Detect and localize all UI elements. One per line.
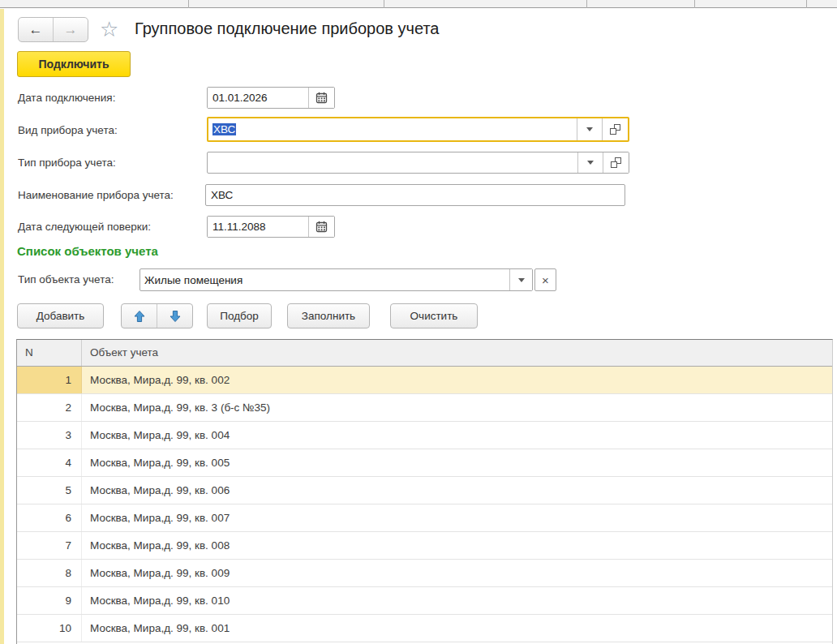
objects-table: N Объект учета 1 Москва, Мира,д. 99, кв.…	[16, 339, 833, 644]
table-row[interactable]: 8 Москва, Мира,д. 99, кв. 009	[17, 560, 832, 587]
pick-button[interactable]: Подбор	[207, 303, 272, 328]
next-check-date-calendar-button[interactable]	[308, 217, 334, 237]
next-check-date-label: Дата следующей поверки:	[18, 216, 151, 238]
object-type-dropdown-button[interactable]	[509, 269, 532, 290]
tab-divider	[384, 0, 384, 8]
back-arrow-icon: ←	[29, 22, 43, 37]
objects-section-title: Список объектов учета	[17, 244, 158, 258]
connection-date-label: Дата подключения:	[18, 87, 115, 109]
next-check-date-field	[207, 216, 335, 238]
row-number-cell: 6	[17, 504, 82, 531]
page-title: Групповое подключение приборов учета	[135, 19, 440, 38]
add-button[interactable]: Добавить	[17, 303, 104, 328]
back-button[interactable]: ←	[19, 18, 54, 41]
object-cell: Москва, Мира,д. 99, кв. 008	[82, 532, 832, 559]
move-buttons-group	[121, 303, 193, 328]
chevron-down-icon	[587, 161, 594, 165]
table-row[interactable]: 1 Москва, Мира,д. 99, кв. 002	[17, 367, 832, 394]
object-cell: Москва, Мира,д. 99, кв. 3 (б-с №35)	[82, 394, 832, 421]
object-cell: Москва, Мира,д. 99, кв. 005	[82, 449, 832, 476]
arrow-down-icon	[169, 310, 182, 323]
row-number-cell: 9	[17, 587, 82, 614]
table-row[interactable]: 5 Москва, Мира,д. 99, кв. 006	[17, 477, 832, 504]
table-header-row: N Объект учета	[17, 340, 832, 367]
table-row[interactable]: 4 Москва, Мира,д. 99, кв. 005	[17, 449, 832, 477]
table-row[interactable]: 6 Москва, Мира,д. 99, кв. 007	[17, 504, 832, 532]
column-header-number[interactable]: N	[17, 340, 82, 366]
tab-divider	[694, 0, 695, 8]
move-down-button[interactable]	[157, 304, 192, 328]
table-row[interactable]: 2 Москва, Мира,д. 99, кв. 3 (б-с №35)	[17, 394, 832, 422]
table-row[interactable]: 7 Москва, Мира,д. 99, кв. 008	[17, 532, 832, 560]
calendar-icon	[315, 92, 328, 104]
row-number-cell: 8	[17, 560, 82, 586]
column-header-object[interactable]: Объект учета	[82, 340, 832, 366]
device-type-input[interactable]	[208, 152, 577, 173]
connection-date-input[interactable]	[208, 88, 308, 108]
device-kind-open-button[interactable]	[602, 118, 628, 140]
favorite-star-icon[interactable]: ☆	[100, 17, 118, 41]
object-cell: Москва, Мира,д. 99, кв. 001	[82, 615, 832, 642]
chevron-down-icon	[586, 127, 593, 131]
object-cell: Москва, Мира,д. 99, кв. 004	[82, 422, 832, 449]
object-cell: Москва, Мира,д. 99, кв. 007	[82, 504, 832, 531]
connection-date-calendar-button[interactable]	[308, 88, 334, 108]
row-number-cell: 3	[17, 422, 82, 449]
tab-divider	[586, 0, 587, 8]
forward-arrow-icon: →	[64, 22, 78, 37]
device-kind-input[interactable]: ХВС	[208, 118, 577, 140]
object-cell: Москва, Мира,д. 99, кв. 002	[82, 367, 832, 393]
row-number-cell: 2	[17, 394, 82, 421]
row-number-cell: 5	[17, 477, 82, 504]
device-kind-dropdown-button[interactable]	[577, 118, 602, 140]
object-type-combobox: Жилые помещения	[140, 268, 533, 291]
device-kind-label: Вид прибора учета:	[18, 118, 118, 142]
table-row[interactable]: 3 Москва, Мира,д. 99, кв. 004	[17, 422, 832, 449]
chevron-down-icon	[518, 278, 525, 282]
row-number-cell: 4	[17, 449, 82, 476]
forward-button[interactable]: →	[54, 18, 88, 41]
clear-list-button[interactable]: Очистить	[390, 303, 478, 328]
clear-icon: ×	[542, 273, 549, 287]
fill-button[interactable]: Заполнить	[287, 303, 370, 328]
calendar-icon	[315, 221, 328, 233]
device-name-label: Наименование прибора учета:	[18, 184, 174, 206]
next-check-date-input[interactable]	[208, 217, 308, 237]
object-cell: Москва, Мира,д. 99, кв. 006	[82, 477, 832, 504]
left-accent-strip	[0, 9, 4, 644]
arrow-up-icon	[133, 310, 146, 323]
table-row[interactable]: 10 Москва, Мира,д. 99, кв. 001	[17, 615, 832, 642]
move-up-button[interactable]	[122, 304, 157, 328]
open-form-icon	[610, 124, 620, 135]
object-type-label: Тип объекта учета:	[18, 268, 114, 291]
row-number-cell: 7	[17, 532, 82, 559]
device-name-input[interactable]	[205, 184, 625, 206]
app-window: ← → ☆ Групповое подключение приборов уче…	[0, 0, 837, 644]
device-type-open-button[interactable]	[603, 152, 629, 173]
window-tab-strip	[0, 0, 837, 8]
selected-text: ХВС	[212, 123, 236, 135]
object-type-input[interactable]: Жилые помещения	[140, 269, 509, 290]
tab-divider	[188, 0, 189, 8]
object-type-clear-button[interactable]: ×	[534, 268, 556, 291]
nav-history-group: ← →	[18, 17, 88, 42]
tab-divider	[806, 0, 807, 8]
device-type-label: Тип прибора учета:	[18, 152, 116, 174]
device-kind-combobox: ХВС	[207, 117, 629, 142]
table-row[interactable]: 9 Москва, Мира,д. 99, кв. 010	[17, 587, 832, 615]
connection-date-field	[207, 87, 335, 109]
device-type-dropdown-button[interactable]	[577, 152, 603, 173]
object-cell: Москва, Мира,д. 99, кв. 010	[82, 587, 832, 614]
row-number-cell: 1	[17, 367, 82, 393]
object-cell: Москва, Мира,д. 99, кв. 009	[82, 560, 832, 586]
row-number-cell: 10	[17, 615, 82, 642]
device-type-combobox	[207, 152, 629, 174]
open-form-icon	[611, 157, 621, 168]
connect-button[interactable]: Подключить	[17, 51, 131, 77]
